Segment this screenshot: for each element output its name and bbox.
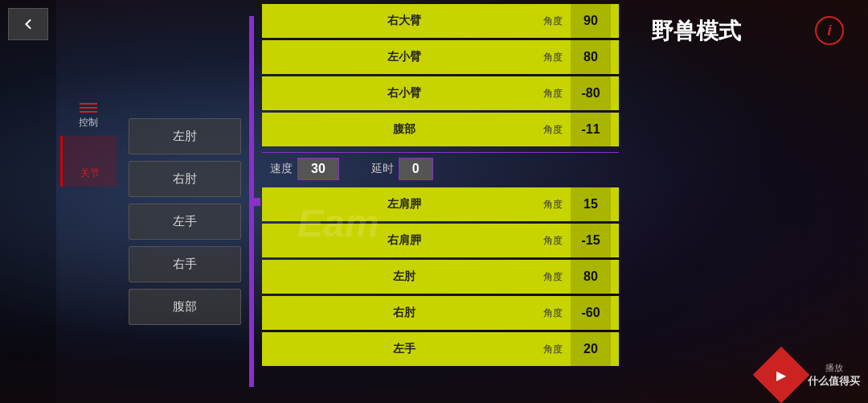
row-type: 角度 (538, 234, 563, 248)
sidebar: 控制 关节 (56, 0, 121, 403)
row-value: 80 (571, 40, 611, 74)
table-row: 左小臂 角度 80 (262, 40, 619, 74)
back-button[interactable] (8, 8, 48, 40)
main-content: 右大臂 角度 90 左小臂 角度 80 右小臂 角度 -80 腹部 角度 -11 (254, 0, 627, 403)
row-label: 左肩胛 (270, 197, 538, 212)
row-value: -60 (571, 296, 611, 330)
row-label: 右肩胛 (270, 233, 538, 248)
row-type: 角度 (538, 14, 563, 28)
bottom-data-table: 左肩胛 角度 15 右肩胛 角度 -15 左肘 角度 80 右肘 角度 -60 … (262, 187, 619, 368)
row-value: -15 (571, 224, 611, 257)
left-panel (0, 0, 56, 403)
row-type: 角度 (538, 198, 563, 212)
row-label: 腹部 (270, 122, 538, 137)
delay-label: 延时 (371, 162, 394, 176)
sidebar-label-control: 控制 (79, 116, 98, 130)
body-item-abdomen[interactable]: 腹部 (129, 289, 241, 325)
sidebar-item-control[interactable]: 控制 (60, 97, 117, 136)
row-label: 左小臂 (270, 50, 538, 64)
watermark-play-label: 播放 (825, 362, 843, 374)
table-row: 右小臂 角度 -80 (262, 76, 619, 110)
row-label: 右肘 (270, 306, 538, 320)
row-value: 15 (571, 187, 611, 221)
watermark: ▶ 播放 什么值得买 (761, 355, 860, 395)
watermark-brand: 什么值得买 (808, 374, 860, 389)
table-row: 左肘 角度 80 (262, 260, 619, 294)
row-value: 20 (571, 332, 611, 366)
body-item-right-hand[interactable]: 右手 (129, 246, 241, 282)
row-type: 角度 (538, 343, 563, 356)
table-row: 左手 角度 20 (262, 332, 619, 366)
row-type: 角度 (538, 306, 563, 320)
info-button[interactable]: i (815, 16, 844, 45)
body-item-left-elbow[interactable]: 左肘 (129, 118, 241, 154)
info-icon: i (827, 23, 831, 39)
delay-value[interactable]: 0 (399, 158, 433, 180)
right-panel: 野兽模式 i (627, 0, 868, 403)
mode-title: 野兽模式 (651, 16, 741, 47)
top-data-table: 右大臂 角度 90 左小臂 角度 80 右小臂 角度 -80 腹部 角度 -11 (262, 4, 619, 149)
row-type: 角度 (538, 87, 563, 101)
purple-bar (249, 16, 254, 387)
row-label: 左肘 (270, 269, 538, 284)
control-icon (80, 103, 97, 113)
body-item-left-hand[interactable]: 左手 (129, 204, 241, 240)
table-row: 右大臂 角度 90 (262, 4, 619, 38)
row-value: -11 (571, 113, 611, 146)
table-row: 左肩胛 角度 15 (262, 187, 619, 221)
body-part-list: 左肘 右肘 左手 右手 腹部 (121, 0, 249, 403)
table-row: 右肘 角度 -60 (262, 296, 619, 330)
sidebar-item-joint[interactable]: 关节 (60, 136, 117, 187)
row-value: -80 (571, 76, 611, 110)
play-icon: ▶ (776, 368, 786, 383)
speed-label: 速度 (270, 162, 293, 176)
sidebar-label-joint: 关节 (80, 167, 100, 180)
row-value: 80 (571, 260, 611, 294)
table-row: 腹部 角度 -11 (262, 113, 619, 146)
speed-value[interactable]: 30 (297, 158, 339, 180)
table-row: 右肩胛 角度 -15 (262, 224, 619, 257)
row-type: 角度 (538, 51, 563, 64)
row-label: 右大臂 (270, 14, 538, 28)
play-diamond-button[interactable]: ▶ (753, 347, 810, 403)
row-type: 角度 (538, 123, 563, 137)
row-type: 角度 (538, 270, 563, 284)
watermark-text: 播放 什么值得买 (808, 362, 860, 389)
row-label: 右小臂 (270, 86, 538, 101)
speed-delay-row: 速度 30 延时 0 (262, 152, 619, 184)
row-label: 左手 (270, 342, 538, 356)
body-item-right-elbow[interactable]: 右肘 (129, 161, 241, 197)
row-value: 90 (571, 4, 611, 38)
